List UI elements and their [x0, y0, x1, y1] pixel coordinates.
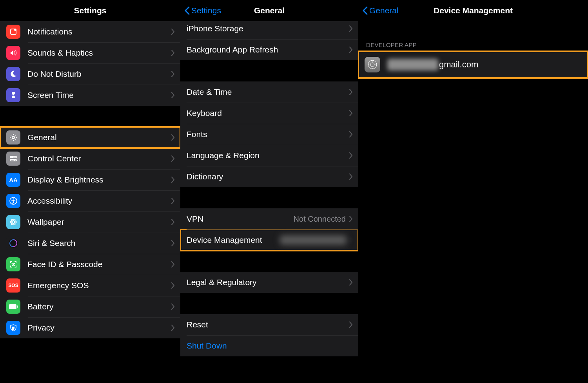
row-emergency-sos[interactable]: SOSEmergency SOS — [0, 275, 180, 296]
general-panel: Settings General iPhone StorageBackgroun… — [180, 0, 358, 383]
row-label: Privacy — [27, 323, 171, 332]
battery-icon — [6, 300, 20, 314]
devmgmt-topbar: General Device Management — [358, 0, 588, 21]
row-label: Keyboard — [187, 108, 349, 118]
general-icon — [6, 130, 20, 145]
chevron-right-icon — [349, 110, 353, 116]
row-label: Date & Time — [187, 87, 349, 97]
wallpaper-icon — [6, 215, 20, 229]
row-iphone-storage[interactable]: iPhone Storage — [180, 21, 358, 39]
chevron-right-icon — [171, 282, 175, 289]
row-notifications[interactable]: Notifications — [0, 21, 180, 42]
settings-list: NotificationsSounds & HapticsDo Not Dist… — [0, 21, 180, 383]
row-control-center[interactable]: Control Center — [0, 148, 180, 169]
row-label: Screen Time — [27, 90, 171, 100]
sounds-icon — [6, 46, 20, 60]
svg-point-21 — [370, 63, 374, 67]
svg-point-6 — [14, 160, 15, 161]
row-background-app-refresh[interactable]: Background App Refresh — [180, 39, 358, 60]
display-icon: AA — [6, 173, 20, 187]
chevron-right-icon — [171, 325, 175, 331]
page-title: Device Management — [434, 6, 513, 15]
row-label: Face ID & Passcode — [27, 260, 171, 269]
row-date-time[interactable]: Date & Time — [180, 81, 358, 103]
row-device-management[interactable]: Device Management — [180, 229, 358, 251]
chevron-right-icon — [171, 177, 175, 183]
chevron-right-icon — [171, 240, 175, 246]
svg-rect-3 — [10, 156, 16, 158]
row-language-region[interactable]: Language & Region — [180, 145, 358, 166]
developer-profile-row[interactable]: gmail.com — [358, 51, 588, 78]
svg-rect-18 — [9, 304, 16, 309]
row-shut-down[interactable]: Shut Down — [180, 335, 358, 356]
row-label: Notifications — [27, 27, 171, 36]
row-keyboard[interactable]: Keyboard — [180, 103, 358, 124]
row-dictionary[interactable]: Dictionary — [180, 166, 358, 187]
control-center-icon — [6, 152, 20, 166]
row-wallpaper[interactable]: Wallpaper — [0, 211, 180, 233]
redacted-detail — [280, 235, 347, 245]
svg-point-1 — [14, 29, 16, 31]
row-label: Dictionary — [187, 172, 349, 181]
chevron-right-icon — [171, 29, 175, 35]
chevron-right-icon — [349, 89, 353, 95]
chevron-right-icon — [171, 71, 175, 77]
chevron-right-icon — [349, 322, 353, 328]
row-label: Fonts — [187, 130, 349, 139]
row-legal-regulatory[interactable]: Legal & Regulatory — [180, 272, 358, 293]
svg-point-16 — [12, 264, 13, 264]
row-accessibility[interactable]: Accessibility — [0, 190, 180, 211]
chevron-right-icon — [349, 237, 353, 243]
row-label: Background App Refresh — [187, 45, 349, 54]
devmgmt-list: DEVELOPER APP gmail.com — [358, 21, 588, 383]
row-label: Wallpaper — [27, 217, 171, 227]
chevron-right-icon — [349, 47, 353, 53]
row-fonts[interactable]: Fonts — [180, 124, 358, 145]
row-label: Legal & Regulatory — [187, 278, 349, 287]
settings-topbar: Settings — [0, 0, 180, 21]
row-label: iPhone Storage — [187, 24, 349, 33]
developer-email-suffix: gmail.com — [439, 60, 478, 70]
redacted-email-prefix — [387, 59, 438, 70]
developer-profile-icon — [365, 57, 380, 72]
page-title: General — [254, 6, 285, 15]
row-label: Accessibility — [27, 196, 171, 206]
chevron-right-icon — [349, 216, 353, 222]
row-label: General — [27, 133, 171, 142]
back-to-general-button[interactable]: General — [362, 6, 399, 15]
row-label: Display & Brightness — [27, 175, 171, 184]
row-detail: Not Connected — [294, 215, 346, 224]
device-management-panel: General Device Management DEVELOPER APP … — [358, 0, 588, 383]
row-general[interactable]: General — [0, 127, 180, 148]
row-do-not-disturb[interactable]: Do Not Disturb — [0, 63, 180, 85]
svg-point-5 — [12, 157, 13, 158]
svg-rect-19 — [17, 305, 18, 308]
row-sounds-haptics[interactable]: Sounds & Haptics — [0, 42, 180, 63]
back-to-settings-button[interactable]: Settings — [184, 6, 221, 15]
page-title: Settings — [74, 6, 107, 15]
settings-panel: Settings NotificationsSounds & HapticsDo… — [0, 0, 180, 383]
svg-point-17 — [15, 264, 15, 264]
row-label: Shut Down — [187, 341, 353, 350]
svg-point-8 — [13, 199, 14, 200]
row-face-id-passcode[interactable]: Face ID & Passcode — [0, 254, 180, 275]
row-siri-search[interactable]: Siri & Search — [0, 233, 180, 254]
row-label: Battery — [27, 302, 171, 311]
row-vpn[interactable]: VPNNot Connected — [180, 208, 358, 229]
chevron-right-icon — [171, 155, 175, 162]
row-battery[interactable]: Battery — [0, 296, 180, 317]
svg-point-20 — [368, 60, 377, 69]
chevron-right-icon — [171, 92, 175, 98]
dnd-icon — [6, 67, 20, 81]
notifications-icon — [6, 25, 20, 39]
chevron-right-icon — [349, 131, 353, 137]
row-label: VPN — [187, 214, 294, 224]
row-privacy[interactable]: Privacy — [0, 317, 180, 338]
chevron-right-icon — [349, 152, 353, 159]
accessibility-icon — [6, 194, 20, 208]
row-screen-time[interactable]: Screen Time — [0, 85, 180, 106]
row-reset[interactable]: Reset — [180, 314, 358, 335]
svg-point-10 — [10, 221, 16, 223]
chevron-right-icon — [171, 219, 175, 225]
row-display-brightness[interactable]: AADisplay & Brightness — [0, 169, 180, 190]
